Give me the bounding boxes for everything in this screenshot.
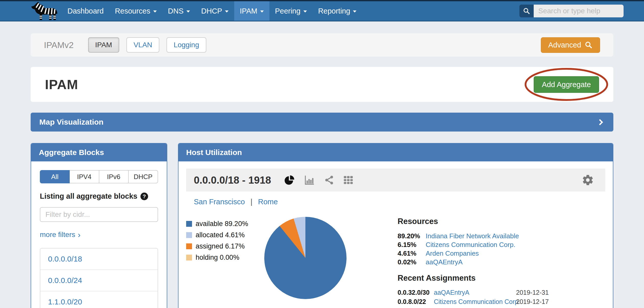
nav-item-peering[interactable]: Peering (269, 1, 313, 21)
location-link-rome[interactable]: Rome (258, 198, 278, 206)
tab-ipam[interactable]: IPAM (88, 37, 119, 53)
aggregate-list-item[interactable]: 1.1.0.0/20 (40, 291, 158, 308)
filter-tab-dhcp[interactable]: DHCP (129, 170, 158, 183)
assignment-row: 0.0.8.0/22 Citizens Communication Corp. … (398, 297, 549, 306)
tab-logging[interactable]: Logging (166, 37, 206, 53)
nav-item-label: DHCP (201, 7, 222, 15)
listing-label: Listing all aggregate blocks ? (40, 192, 158, 200)
nav-item-reporting[interactable]: Reporting (313, 1, 362, 21)
zebra-logo-icon[interactable] (29, 1, 60, 21)
caret-down-icon (153, 10, 157, 13)
resource-row: 89.20% Indiana Fiber Network Available (398, 232, 549, 240)
filter-tab-all[interactable]: All (40, 170, 70, 183)
nav-item-label: Dashboard (67, 7, 104, 15)
pie-chart-icon[interactable] (284, 174, 295, 186)
resource-row: 4.61% Arden Companies (398, 249, 549, 258)
aggregate-list: 0.0.0.0/18 0.0.0.0/24 1.1.0.0/20 1.1.0.0… (40, 248, 158, 308)
ipamv2-toolbar: IPAMv2 IPAM VLAN Logging Advanced (31, 33, 613, 57)
filter-tab-ipv4[interactable]: IPV4 (70, 170, 99, 183)
advanced-label: Advanced (548, 41, 581, 49)
resource-percent: 4.61% (398, 249, 423, 258)
global-search (519, 5, 624, 17)
recent-assignments-heading: Recent Assignments (398, 274, 549, 283)
nav-item-ipam[interactable]: IPAM (234, 1, 269, 21)
aggregate-filter-tabs: All IPV4 IPv6 DHCP (40, 170, 158, 183)
resources-list: 89.20% Indiana Fiber Network Available 6… (398, 232, 549, 266)
nav-item-label: IPAM (240, 7, 257, 15)
resource-link[interactable]: aaQAEntryA (426, 258, 549, 266)
resources-heading: Resources (398, 217, 549, 226)
host-utilization-panel: Host Utilization 0.0.0.0/18 - 1918 (178, 143, 613, 308)
legend-label: assigned 6.17% (196, 242, 245, 250)
toolbar-title: IPAMv2 (44, 40, 74, 50)
caret-down-icon (303, 10, 307, 13)
tab-vlan[interactable]: VLAN (126, 37, 159, 53)
caret-down-icon (353, 10, 356, 13)
aggregate-list-item[interactable]: 0.0.0.0/18 (40, 248, 158, 269)
assignment-cidr: 0.0.32.0/30 (398, 288, 431, 297)
legend-swatch (186, 255, 192, 260)
legend-label: allocated 4.61% (196, 231, 245, 239)
cidr-filter-input[interactable] (40, 207, 158, 222)
aggregate-blocks-panel: Aggregate Blocks All IPV4 IPv6 DHCP List… (31, 143, 167, 308)
assignment-link[interactable]: Citizens Communication Corp. (434, 297, 513, 306)
legend-swatch (186, 221, 192, 227)
gear-icon[interactable] (582, 174, 594, 186)
filter-tab-ipv6[interactable]: IPv6 (99, 170, 129, 183)
more-filters-link[interactable]: more filters › (40, 231, 158, 239)
assignment-cidr: 0.0.8.0/22 (398, 297, 431, 306)
aggregate-list-item[interactable]: 0.0.0.0/24 (40, 269, 158, 291)
map-visualization-label: Map Visualization (39, 118, 103, 126)
chevron-right-icon: › (78, 231, 80, 238)
listing-label-text: Listing all aggregate blocks (40, 192, 137, 200)
nav-item-dns[interactable]: DNS (162, 1, 196, 21)
map-visualization-bar[interactable]: Map Visualization (31, 113, 613, 132)
resource-link[interactable]: Arden Companies (426, 249, 549, 258)
ipam-page-header: IPAM Add Aggregate (31, 67, 613, 102)
location-links: San Franscisco | Rome (186, 198, 605, 206)
pie-legend: available 89.20% allocated 4.61% assigne… (186, 217, 264, 265)
nav-item-label: DNS (168, 7, 184, 15)
legend-swatch (186, 232, 192, 238)
host-utilization-title: Host Utilization (178, 144, 613, 161)
add-aggregate-button[interactable]: Add Aggregate (534, 76, 599, 93)
utilization-pie-chart (264, 217, 347, 299)
legend-label: available 89.20% (196, 220, 248, 228)
search-icon (523, 7, 530, 15)
caret-down-icon (225, 10, 229, 13)
assignment-link[interactable]: aaQAEntryA (434, 288, 513, 297)
resource-row: 6.15% Citizens Communication Corp. (398, 240, 549, 249)
nav-item-dhcp[interactable]: DHCP (196, 1, 234, 21)
main-menu: Dashboard Resources DNS DHCP IPAM Peerin… (62, 1, 362, 21)
location-link-san-franscisco[interactable]: San Franscisco (194, 198, 245, 206)
nav-item-resources[interactable]: Resources (109, 1, 162, 21)
search-icon (585, 41, 593, 49)
resource-percent: 89.20% (398, 232, 423, 240)
resource-percent: 6.15% (398, 240, 423, 249)
resource-link[interactable]: Indiana Fiber Network Available (426, 232, 549, 240)
legend-row: available 89.20% (186, 220, 264, 228)
resource-link[interactable]: Citizens Communication Corp. (426, 240, 549, 249)
assignment-date: 2019-12-31 (516, 288, 549, 297)
bar-chart-icon[interactable] (304, 174, 315, 186)
block-heading: 0.0.0.0/18 - 1918 (194, 174, 271, 186)
assignment-row: 0.0.32.0/30 aaQAEntryA 2019-12-31 (398, 288, 549, 297)
grid-icon[interactable] (343, 175, 354, 185)
search-input[interactable] (534, 5, 624, 17)
question-circle-icon[interactable]: ? (140, 193, 148, 200)
legend-label: holding 0.00% (196, 254, 239, 262)
nav-item-label: Reporting (318, 7, 350, 15)
location-separator: | (251, 198, 253, 206)
share-icon[interactable] (324, 175, 334, 185)
advanced-search-button[interactable]: Advanced (541, 37, 600, 53)
search-button[interactable] (519, 5, 534, 17)
nav-item-label: Resources (115, 7, 150, 15)
assignment-date: 2019-12-17 (516, 297, 549, 306)
legend-row: allocated 4.61% (186, 231, 264, 239)
caret-down-icon (186, 10, 190, 13)
nav-item-dashboard[interactable]: Dashboard (62, 1, 109, 21)
chevron-right-icon (597, 119, 603, 125)
top-navbar: Dashboard Resources DNS DHCP IPAM Peerin… (0, 0, 644, 21)
recent-assignments-list: 0.0.32.0/30 aaQAEntryA 2019-12-31 0.0.8.… (398, 288, 549, 306)
page-title: IPAM (45, 77, 78, 92)
